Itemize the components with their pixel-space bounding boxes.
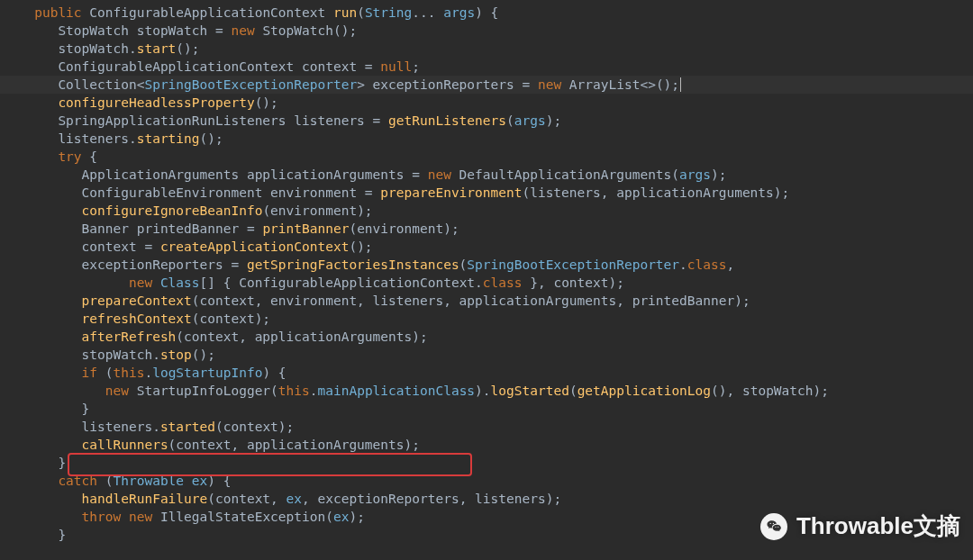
code-line[interactable]: try {	[0, 148, 973, 166]
wechat-icon	[760, 513, 787, 540]
code-line[interactable]: new StartupInfoLogger(this.mainApplicati…	[0, 382, 973, 400]
code-line[interactable]: stopWatch.stop();	[0, 346, 973, 364]
code-line[interactable]: handleRunFailure(context, ex, exceptionR…	[0, 490, 973, 508]
code-line[interactable]: configureIgnoreBeanInfo(environment);	[0, 202, 973, 220]
code-line[interactable]: ApplicationArguments applicationArgument…	[0, 166, 973, 184]
code-line[interactable]: SpringApplicationRunListeners listeners …	[0, 112, 973, 130]
code-line[interactable]: Banner printedBanner = printBanner(envir…	[0, 220, 973, 238]
watermark-text: Throwable文摘	[796, 510, 960, 542]
code-line[interactable]: configureHeadlessProperty();	[0, 94, 973, 112]
code-editor[interactable]: public ConfigurableApplicationContext ru…	[0, 0, 973, 544]
code-line[interactable]: afterRefresh(context, applicationArgumen…	[0, 328, 973, 346]
code-line[interactable]: public ConfigurableApplicationContext ru…	[0, 4, 973, 22]
code-line[interactable]: catch (Throwable ex) {	[0, 472, 973, 490]
code-line[interactable]: listeners.starting();	[0, 130, 973, 148]
code-line[interactable]: refreshContext(context);	[0, 310, 973, 328]
code-line[interactable]: }	[0, 454, 973, 472]
code-line[interactable]: context = createApplicationContext();	[0, 238, 973, 256]
text-cursor	[680, 77, 681, 92]
code-line[interactable]: callRunners(context, applicationArgument…	[0, 436, 973, 454]
code-line[interactable]: prepareContext(context, environment, lis…	[0, 292, 973, 310]
code-line[interactable]: listeners.started(context);	[0, 418, 973, 436]
code-line[interactable]: new Class[] { ConfigurableApplicationCon…	[0, 274, 973, 292]
code-line[interactable]: ConfigurableEnvironment environment = pr…	[0, 184, 973, 202]
watermark: Throwable文摘	[760, 510, 960, 542]
code-line[interactable]: stopWatch.start();	[0, 40, 973, 58]
code-line[interactable]: ConfigurableApplicationContext context =…	[0, 58, 973, 76]
code-line[interactable]: StopWatch stopWatch = new StopWatch();	[0, 22, 973, 40]
code-line[interactable]: if (this.logStartupInfo) {	[0, 364, 973, 382]
code-line[interactable]: }	[0, 400, 973, 418]
code-line[interactable]: exceptionReporters = getSpringFactoriesI…	[0, 256, 973, 274]
code-line[interactable]: Collection<SpringBootExceptionReporter> …	[0, 76, 973, 94]
